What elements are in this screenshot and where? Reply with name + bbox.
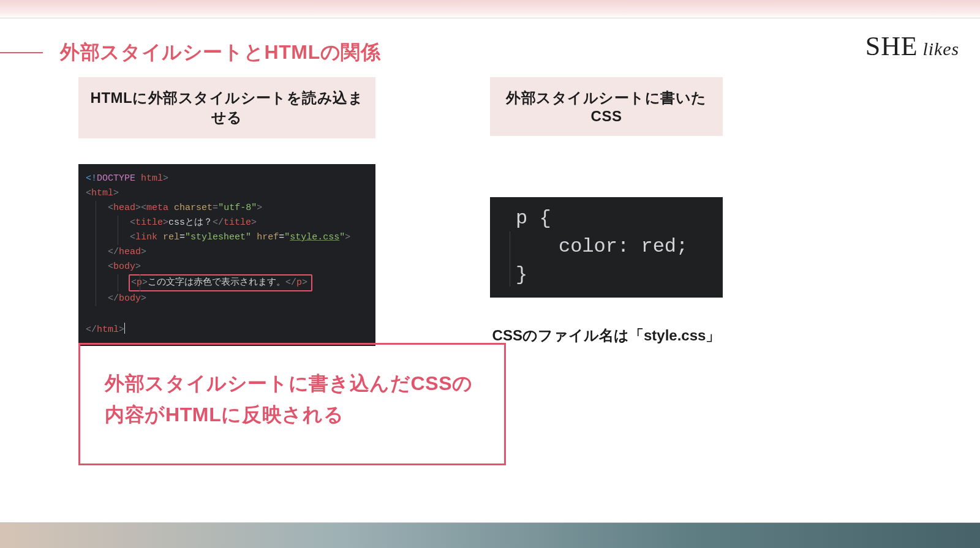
css-filename-note: CSSのファイル名は「style.css」	[490, 326, 723, 345]
css-selector: p {	[516, 205, 702, 233]
css-property: color: red;	[516, 233, 702, 261]
code-line: <title>cssとは？</title>	[86, 216, 368, 230]
code-line-highlight: <p>この文字は赤色で表示されます。</p>	[86, 274, 368, 291]
code-line: </head>	[86, 245, 368, 260]
column-right: 外部スタイルシートに書いたCSS p { color: red; } CSSのフ…	[490, 77, 723, 345]
column-left: HTMLに外部スタイルシートを読み込ませる <!DOCTYPE html> <h…	[78, 77, 375, 346]
right-panel-label: 外部スタイルシートに書いたCSS	[490, 77, 723, 136]
code-line: <html>	[86, 186, 368, 201]
summary-text: 外部スタイルシートに書き込んだCSSの内容がHTMLに反映される	[105, 368, 480, 430]
title-row: 外部スタイルシートとHTMLの関係	[0, 39, 381, 66]
top-accent-strip	[0, 0, 980, 18]
css-code-preview: p { color: red; }	[490, 197, 723, 298]
title-dash-icon	[0, 52, 43, 53]
css-close-brace: }	[516, 263, 527, 286]
brand-logo: SHElikes	[865, 31, 959, 62]
summary-callout: 外部スタイルシートに書き込んだCSSの内容がHTMLに反映される	[78, 343, 506, 465]
code-line: </body>	[86, 291, 368, 306]
page-title: 外部スタイルシートとHTMLの関係	[60, 39, 381, 66]
left-panel-label: HTMLに外部スタイルシートを読み込ませる	[78, 77, 375, 138]
code-line: <link rel="stylesheet" href="style.css">	[86, 230, 368, 245]
cursor-icon	[124, 323, 125, 334]
bottom-accent-strip	[0, 522, 980, 548]
html-code-editor: <!DOCTYPE html> <html> <head><meta chars…	[78, 164, 375, 346]
code-line: </html>	[86, 321, 368, 337]
brand-name: SHE	[865, 31, 918, 61]
highlight-box: <p>この文字は赤色で表示されます。</p>	[129, 274, 312, 291]
code-line: <head><meta charset="utf-8">	[86, 201, 368, 216]
brand-sub: likes	[923, 39, 959, 59]
code-line: <body>	[86, 260, 368, 274]
code-line: <!DOCTYPE html>	[86, 171, 368, 186]
code-blank-line	[86, 306, 368, 321]
